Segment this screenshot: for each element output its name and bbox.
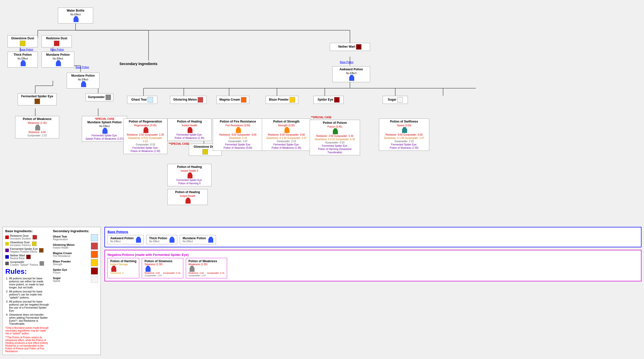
fermented-spider-eye-node: Fermented Spider Eye [18, 93, 57, 105]
legend-item-gunpowder: Gunpowder Creates "Splash" Potions [5, 260, 50, 266]
mundane-splash-node: *SPECIAL CASE Mundane Splash Potion No E… [82, 116, 127, 142]
magma-cream-node: Magma Cream [217, 96, 249, 104]
fermented-color [5, 249, 9, 252]
sec-ing-melon: Glistering Melon Instant Health [53, 243, 98, 250]
legend-item-fermented: Fermented Spider Eye Negates Positive Ef… [5, 247, 50, 253]
redstone-dust-node: Redstone Dust [42, 35, 72, 47]
rule-4: Glowstone does not transfer when adding … [9, 313, 50, 325]
potion-healing3-node: Potion of Healing Instant Health [167, 189, 208, 205]
rule-2: All potions (except for base potions*) c… [9, 290, 50, 299]
base-potion-link2[interactable]: Base Potion [50, 48, 64, 51]
potion-slowness-card: Potion of Slowness Slowness (1:30) Redst… [142, 258, 183, 278]
awkward-potion-card: Awkward Potion No Effect [108, 235, 144, 244]
potion-harming-card: Potion of Harming Instant Damage Glowsto… [108, 258, 139, 278]
tree-connectors [3, 3, 641, 224]
nether-wart-node: Nether Wart [330, 43, 370, 51]
mundane-potion1-node: Mundane Potion No Effect [42, 52, 74, 68]
sec-ing-sugar: Sugar Speed [53, 276, 98, 283]
glowstone-color [5, 242, 9, 246]
netherwart-color [5, 255, 9, 259]
potion-weakness-card: Potion of Weakness Weakness (1:30) Redst… [186, 258, 227, 278]
potion-weakness-node: Potion of Weakness Weakness (1:30) Redst… [15, 116, 59, 138]
bottom-section: Base Ingredients: Redstone Dust Increase… [3, 227, 641, 355]
potion-healing1-node: Potion of Healing Instant Health Ferment… [167, 118, 211, 141]
potion-healing2-node: Potion of Healing Instant Health II Ferm… [167, 164, 211, 186]
base-ingredients-title: Base Ingredients: [5, 229, 50, 233]
negative-potions-label: Negative Potions (made with Fermented Sp… [108, 253, 638, 257]
rules-list: All potions (except for base potions) ca… [5, 277, 50, 325]
base-potion-link1[interactable]: Base Potion [20, 48, 33, 51]
redstone-color [5, 235, 9, 239]
potion-regen-node: Potion of Regeneration Regeneration (0:4… [123, 118, 167, 154]
gunpowder-node: Gunpowder [86, 93, 113, 101]
rule-1: All potions (except for base potions) ca… [9, 277, 50, 289]
legend-item-redstone: Redstone Dust Increases Duration [5, 234, 50, 240]
potion-poison-node: Potion of Poison Poison (0:45) Redstone:… [310, 120, 360, 155]
mundane-potion2-node: Mundane Potion No Effect [67, 73, 99, 88]
sec-ing-magma: Magma Cream Fire Resistance [53, 251, 98, 258]
negative-potions-row: Potion of Harming Instant Damage Glowsto… [108, 258, 638, 278]
potion-fire-node: Potion of Fire Resistance Fire Resistanc… [213, 118, 263, 151]
secondary-ingredients-label: Secondary Ingredients [113, 61, 164, 67]
rules-title: Rules: [5, 267, 50, 276]
base-ingredients-col: Base Ingredients: Redstone Dust Increase… [5, 229, 50, 353]
sugar-node: Sugar [383, 96, 408, 104]
spider-eye-node: Spider Eye [313, 96, 344, 104]
special-case-label1: **SPECIAL CASE [169, 142, 189, 145]
rules-note2: **The Potion of Poison retains its Glows… [5, 336, 50, 353]
sec-ing-spider: Spider Eye Poison [53, 267, 98, 275]
right-panels: Base Potions Awkward Potion No Effect Th… [104, 227, 641, 355]
base-potions-panel: Base Potions Awkward Potion No Effect Th… [104, 227, 641, 247]
special-case-label2: **SPECIAL CASE [311, 116, 332, 119]
rules-note1: *Only a Mundane potion made through seco… [5, 326, 50, 335]
base-potions-section-label: Base Potions [108, 230, 638, 234]
base-potion-link3[interactable]: Base Potion [340, 61, 353, 64]
main-container: Water Bottle No Effect Glowstone Dust Re… [0, 0, 644, 359]
sec-ing-blaze: Blaze Powder Strength [53, 259, 98, 266]
legend-item-glowstone: Glowstone Dust Increases Potency [5, 241, 50, 247]
awkward-potion-node: Awkward Potion No Effect [332, 66, 370, 82]
water-bottle-node: Water Bottle No Effect [58, 8, 93, 23]
potion-strength-node: Potion of Strength Strength (3:00) Redst… [262, 118, 311, 151]
glistering-melon-node: Glistering Melon [170, 96, 206, 104]
ghast-tear-node: Ghast Tear [127, 96, 157, 104]
negative-potions-panel: Negative Potions (made with Fermented Sp… [104, 250, 641, 281]
sec-ing-ghast: Ghast Tear Regeneration [53, 234, 98, 241]
glowstone-dust-node: Glowstone Dust [8, 35, 38, 47]
base-potion-link4[interactable]: Base Potion [76, 66, 89, 69]
thick-potion-card: Thick Potion No Effect [146, 235, 177, 244]
secondary-ingredients-title: Secondary Ingredients: [53, 229, 98, 233]
thick-potion-node: Thick Potion No Effect [8, 52, 38, 68]
legend-item-nether-wart: Nether Wart Neutral Base [5, 254, 50, 260]
base-potions-row: Awkward Potion No Effect Thick Potion No… [108, 235, 638, 244]
gunpowder-color [5, 262, 9, 265]
secondary-ingredients-col: Secondary Ingredients: Ghast Tear Regene… [53, 229, 98, 353]
secondary-ingredients-list: Ghast Tear Regeneration Glistering Melon… [53, 234, 98, 283]
potion-swiftness-node: Potion of Swiftness Speed (3:00) Redston… [379, 118, 429, 151]
blaze-powder-node: Blaze Powder [266, 96, 298, 104]
rule-3: All potions (except for base potions) ca… [9, 300, 50, 312]
legend-box: Base Ingredients: Redstone Dust Increase… [3, 227, 101, 355]
tree-wrapper: Water Bottle No Effect Glowstone Dust Re… [3, 3, 641, 224]
mundane-potion-card: Mundane Potion No Effect [180, 235, 216, 244]
